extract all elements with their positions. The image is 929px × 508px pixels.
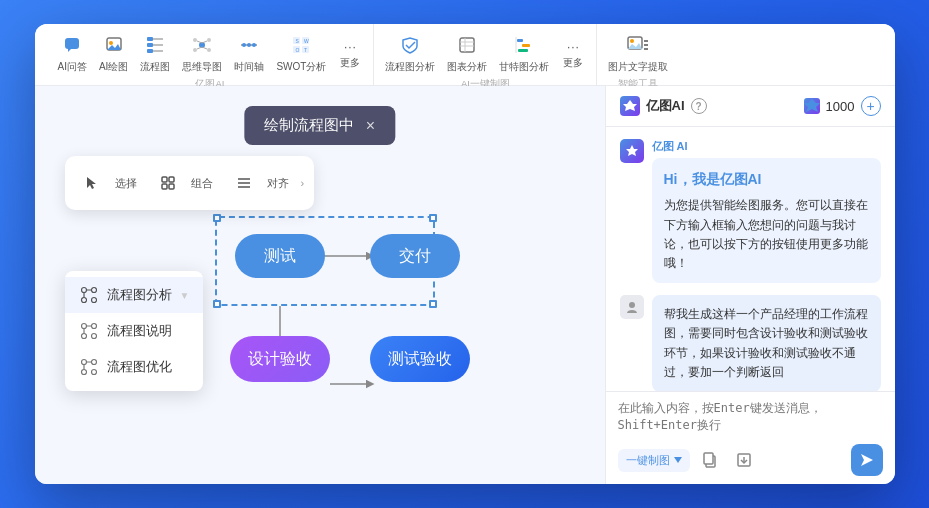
- toolbar-item-gantt-label: 甘特图分析: [499, 60, 549, 74]
- ai-panel-help-icon[interactable]: ?: [691, 98, 707, 114]
- svg-point-55: [91, 288, 96, 293]
- toolbar-section-ai-yijian: 流程图分析 图表分析 甘特图分析 ··· 更多: [374, 24, 597, 85]
- chat-area[interactable]: 亿图 AI Hi，我是亿图AI 为您提供智能绘图服务。您可以直接在下方输入框输入…: [606, 127, 895, 391]
- copy-icon: [702, 452, 718, 468]
- chat-input[interactable]: [618, 400, 883, 436]
- combine-tool-btn[interactable]: [151, 166, 185, 200]
- ai-logo: [620, 96, 640, 116]
- toolbar-item-more1-label: 更多: [340, 56, 360, 70]
- toolbar-item-chart-table[interactable]: 图表分析: [442, 32, 492, 78]
- svg-line-19: [202, 47, 207, 49]
- align-tool-btn[interactable]: [227, 166, 261, 200]
- svg-rect-50: [169, 184, 174, 189]
- swot-icon: SWOT: [292, 36, 310, 58]
- svg-point-12: [193, 38, 197, 42]
- input-icon-btn-export[interactable]: [730, 446, 758, 474]
- toolbar-item-timeline-label: 时间轴: [234, 60, 264, 74]
- selection-handle-tr[interactable]: [429, 214, 437, 222]
- svg-marker-46: [87, 177, 96, 189]
- svg-line-16: [197, 41, 202, 43]
- svg-point-57: [91, 298, 96, 303]
- toolbar-item-ai-draw-label: AI绘图: [99, 60, 128, 74]
- toolbar-item-timeline[interactable]: 时间轴: [229, 32, 269, 78]
- node-yanshouzice[interactable]: 测试验收: [370, 336, 470, 382]
- toolbar-item-mindmap-label: 思维导图: [182, 60, 222, 74]
- svg-rect-84: [704, 453, 713, 464]
- select-label: 选择: [115, 176, 137, 191]
- toolbar-item-img-text[interactable]: 图片文字提取: [603, 32, 673, 78]
- toolbar-item-more1[interactable]: ··· 更多: [333, 36, 367, 74]
- node-sheji[interactable]: 设计验收: [230, 336, 330, 382]
- svg-point-62: [81, 334, 86, 339]
- greeting-title: Hi，我是亿图AI: [664, 168, 869, 190]
- drawing-notification: 绘制流程图中 ×: [244, 106, 395, 145]
- node-jiafu[interactable]: 交付: [370, 234, 460, 278]
- dropdown-arrow: ▼: [180, 290, 190, 301]
- mini-toolbar-more[interactable]: ›: [301, 177, 305, 189]
- svg-point-60: [81, 324, 86, 329]
- ai-draw-icon: [105, 36, 123, 58]
- toolbar-item-more2[interactable]: ··· 更多: [556, 36, 590, 74]
- message-row-greeting: 亿图 AI Hi，我是亿图AI 为您提供智能绘图服务。您可以直接在下方输入框输入…: [620, 139, 881, 283]
- msg-bubble-user: 帮我生成这样一个产品经理的工作流程图，需要同时包含设计验收和测试验收环节，如果设…: [652, 295, 881, 391]
- svg-marker-82: [674, 457, 682, 463]
- select-tool-btn[interactable]: [75, 166, 109, 200]
- svg-rect-7: [147, 49, 153, 53]
- selection-handle-bl[interactable]: [213, 300, 221, 308]
- svg-marker-78: [804, 99, 820, 112]
- svg-line-17: [197, 47, 202, 49]
- msg-content-greeting: 亿图 AI Hi，我是亿图AI 为您提供智能绘图服务。您可以直接在下方输入框输入…: [652, 139, 881, 283]
- dropdown-item-flow-optimize-label: 流程图优化: [107, 358, 172, 376]
- svg-rect-5: [147, 37, 153, 41]
- dropdown-item-flow-analysis-icon: [79, 285, 99, 305]
- toolbar-item-flow-analysis[interactable]: 流程图分析: [380, 32, 440, 78]
- toolbar: AI问答 AI绘图 流程图: [35, 24, 895, 86]
- node-ceshi-label: 测试: [264, 246, 296, 267]
- send-button[interactable]: [851, 444, 883, 476]
- mindmap-icon: [193, 36, 211, 58]
- node-ceshi[interactable]: 测试: [235, 234, 325, 278]
- toolbar-item-flowchart[interactable]: 流程图: [135, 32, 175, 78]
- dropdown-item-flow-explain[interactable]: 流程图说明: [65, 313, 204, 349]
- svg-point-54: [81, 288, 86, 293]
- ai-panel: 亿图AI ? 1000 +: [605, 86, 895, 484]
- node-yanshouzice-label: 测试验收: [388, 349, 452, 370]
- svg-point-21: [242, 43, 246, 47]
- dropdown-item-flow-optimize[interactable]: 流程图优化: [65, 349, 204, 385]
- toolbar-section-img-text: 图片文字提取 智能工具: [597, 24, 679, 85]
- toolbar-item-mindmap[interactable]: 思维导图: [177, 32, 227, 78]
- selection-handle-br[interactable]: [429, 300, 437, 308]
- greeting-text: 为您提供智能绘图服务。您可以直接在下方输入框输入您想问的问题与我讨论，也可以按下…: [664, 198, 868, 270]
- svg-rect-49: [162, 184, 167, 189]
- svg-marker-4: [107, 44, 121, 50]
- help-icon-label: ?: [695, 101, 701, 112]
- toolbar-item-ai-qa[interactable]: AI问答: [53, 32, 92, 78]
- toolbar-section-img-text-items: 图片文字提取: [603, 24, 673, 78]
- toolbar-item-more2-label: 更多: [563, 56, 583, 70]
- toolbar-item-gantt[interactable]: 甘特图分析: [494, 32, 554, 78]
- gantt-icon: [515, 36, 533, 58]
- toolbar-item-swot[interactable]: SWOT SWOT分析: [271, 32, 331, 78]
- svg-point-22: [247, 43, 251, 47]
- svg-point-23: [252, 43, 256, 47]
- svg-rect-0: [65, 38, 79, 49]
- input-icon-btn-copy[interactable]: [696, 446, 724, 474]
- canvas-area[interactable]: 绘制流程图中 × 选择 组合 对齐: [35, 86, 605, 484]
- drawing-notification-close[interactable]: ×: [366, 117, 375, 135]
- dropdown-item-flow-analysis[interactable]: 流程图分析 ▼: [65, 277, 204, 313]
- credit-icon: [804, 98, 820, 114]
- selection-handle-tl[interactable]: [213, 214, 221, 222]
- export-icon: [736, 452, 752, 468]
- input-select-btn[interactable]: 一键制图: [618, 449, 690, 472]
- add-credits-button[interactable]: +: [861, 96, 881, 116]
- credit-area: 1000 +: [804, 96, 881, 116]
- svg-rect-37: [522, 44, 530, 47]
- svg-rect-36: [517, 39, 523, 42]
- input-select-label: 一键制图: [626, 453, 670, 468]
- toolbar-item-flowchart-label: 流程图: [140, 60, 170, 74]
- svg-point-61: [91, 324, 96, 329]
- chart-table-icon: [458, 36, 476, 58]
- svg-point-56: [81, 298, 86, 303]
- combine-label: 组合: [191, 176, 213, 191]
- toolbar-item-ai-draw[interactable]: AI绘图: [94, 32, 133, 78]
